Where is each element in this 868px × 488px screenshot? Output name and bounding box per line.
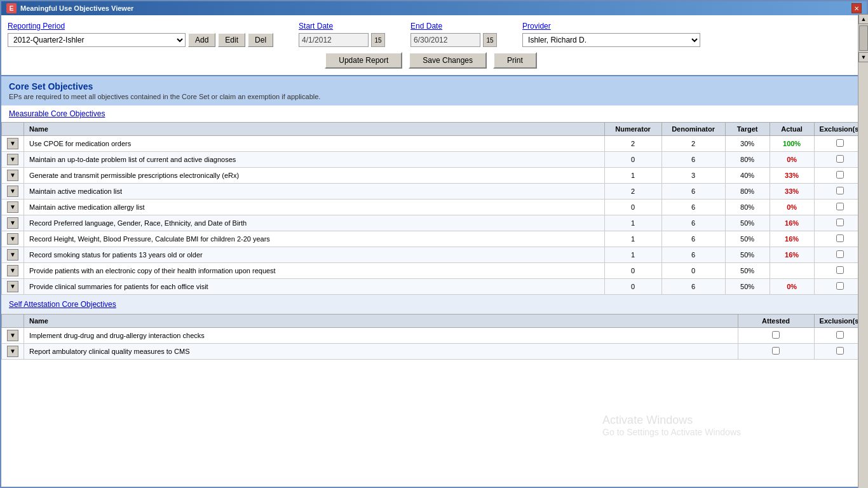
- row-denominator: 2: [661, 136, 725, 152]
- expand-cell: ▼: [2, 247, 24, 263]
- row-numerator: 0: [604, 263, 661, 279]
- row-name: Use CPOE for medication orders: [24, 136, 605, 152]
- expand-cell: ▼: [2, 136, 24, 152]
- attest-attested-col: Attested: [738, 315, 814, 328]
- row-name: Generate and transmit permissible prescr…: [24, 168, 605, 184]
- exclusion-checkbox[interactable]: [836, 266, 844, 274]
- exclusion-checkbox[interactable]: [836, 282, 844, 290]
- self-attestation-link[interactable]: Self Attestation Core Objectives: [9, 297, 859, 311]
- table-row: ▼ Use CPOE for medication orders 2 2 30%…: [2, 136, 867, 152]
- exclusion-checkbox[interactable]: [836, 250, 844, 258]
- save-changes-button[interactable]: Save Changes: [409, 52, 487, 69]
- scroll-up-button[interactable]: ▲: [858, 14, 868, 24]
- attest-exclusion-checkbox[interactable]: [836, 347, 844, 355]
- start-date-label[interactable]: Start Date: [299, 22, 385, 30]
- reporting-period-label[interactable]: Reporting Period: [8, 22, 273, 30]
- exclusion-checkbox[interactable]: [836, 203, 844, 210]
- row-actual: 33%: [770, 184, 814, 200]
- attest-expand-cell: ▼: [2, 344, 24, 360]
- row-actual: 16%: [770, 215, 814, 231]
- measurable-core-table: Name Numerator Denominator Target Actual…: [1, 122, 867, 295]
- end-date-label[interactable]: End Date: [410, 22, 497, 30]
- row-target: 50%: [725, 263, 770, 279]
- table-row: ▼ Record smoking status for patients 13 …: [2, 247, 867, 263]
- scrollbar[interactable]: ▲ ▼: [858, 14, 868, 488]
- exclusion-checkbox[interactable]: [836, 187, 844, 194]
- expand-cell: ▼: [2, 215, 24, 231]
- print-button[interactable]: Print: [493, 52, 537, 69]
- row-denominator: 6: [661, 184, 725, 200]
- row-actual: 0%: [770, 279, 814, 295]
- exclusion-checkbox[interactable]: [836, 219, 844, 226]
- chevron-icon[interactable]: ▼: [7, 201, 18, 213]
- attest-row-attested[interactable]: [738, 328, 814, 344]
- row-name: Maintain an up-to-date problem list of c…: [24, 152, 605, 168]
- attest-chevron-icon[interactable]: ▼: [7, 346, 18, 357]
- attest-row-name: Report ambulatory clinical quality measu…: [24, 344, 738, 360]
- chevron-icon[interactable]: ▼: [7, 265, 18, 276]
- row-numerator: 0: [604, 279, 661, 295]
- provider-label[interactable]: Provider: [522, 22, 700, 30]
- row-target: 50%: [725, 231, 770, 247]
- row-numerator: 1: [604, 168, 661, 184]
- chevron-icon[interactable]: ▼: [7, 186, 18, 197]
- scroll-down-button[interactable]: ▼: [858, 52, 868, 62]
- row-name: Record Preferred language, Gender, Race,…: [24, 215, 605, 231]
- attest-row-attested[interactable]: [738, 344, 814, 360]
- exclusion-checkbox[interactable]: [836, 234, 844, 242]
- expand-cell: ▼: [2, 263, 24, 279]
- row-denominator: 0: [661, 263, 725, 279]
- attest-chevron-icon[interactable]: ▼: [7, 330, 18, 341]
- attested-checkbox[interactable]: [772, 331, 780, 339]
- exclusion-checkbox[interactable]: [836, 155, 844, 163]
- core-set-description: EPs are required to meet all objectives …: [9, 93, 859, 100]
- chevron-icon[interactable]: ▼: [7, 217, 18, 229]
- del-button[interactable]: Del: [248, 33, 273, 47]
- attest-exclusion-checkbox[interactable]: [836, 331, 844, 339]
- scroll-thumb[interactable]: [859, 25, 868, 51]
- app-icon: E: [6, 3, 17, 13]
- exclusion-checkbox[interactable]: [836, 139, 844, 147]
- row-name: Provide patients with an electronic copy…: [24, 263, 605, 279]
- start-date-group: Start Date 15: [299, 22, 385, 47]
- reporting-period-select[interactable]: 2012-Quarter2-Ishler: [8, 33, 186, 47]
- exclusion-checkbox[interactable]: [836, 171, 844, 179]
- core-set-header: Core Set Objectives EPs are required to …: [1, 76, 867, 105]
- expand-cell: ▼: [2, 200, 24, 215]
- chevron-icon[interactable]: ▼: [7, 170, 18, 181]
- chevron-icon[interactable]: ▼: [7, 281, 18, 292]
- window-title: Meaningful Use Objectives Viewer: [20, 4, 133, 12]
- row-target: 50%: [725, 247, 770, 263]
- table-row: ▼ Generate and transmit permissible pres…: [2, 168, 867, 184]
- chevron-icon[interactable]: ▼: [7, 154, 18, 165]
- table-row: ▼ Provide patients with an electronic co…: [2, 263, 867, 279]
- chevron-icon[interactable]: ▼: [7, 138, 18, 149]
- row-actual: 16%: [770, 231, 814, 247]
- update-report-button[interactable]: Update Report: [325, 52, 402, 69]
- end-date-input[interactable]: [410, 33, 480, 47]
- edit-button[interactable]: Edit: [218, 33, 245, 47]
- attested-checkbox[interactable]: [772, 347, 780, 355]
- provider-select[interactable]: Ishler, Richard D.: [522, 33, 700, 47]
- measurable-core-link[interactable]: Measurable Core Objectives: [1, 105, 867, 122]
- end-date-calendar-button[interactable]: 15: [483, 33, 497, 47]
- expand-col-header: [2, 123, 24, 136]
- add-button[interactable]: Add: [188, 33, 215, 47]
- row-name: Maintain active medication list: [24, 184, 605, 200]
- row-actual: 100%: [770, 136, 814, 152]
- start-date-calendar-button[interactable]: 15: [371, 33, 385, 47]
- row-actual: 16%: [770, 247, 814, 263]
- row-target: 80%: [725, 152, 770, 168]
- expand-cell: ▼: [2, 152, 24, 168]
- attest-expand-col: [2, 315, 24, 328]
- row-name: Provide clinical summaries for patients …: [24, 279, 605, 295]
- table-row: ▼ Maintain active medication allergy lis…: [2, 200, 867, 215]
- attest-expand-cell: ▼: [2, 328, 24, 344]
- row-actual: 0%: [770, 200, 814, 215]
- chevron-icon[interactable]: ▼: [7, 233, 18, 245]
- close-button[interactable]: ✕: [851, 3, 862, 13]
- chevron-icon[interactable]: ▼: [7, 249, 18, 261]
- start-date-input[interactable]: [299, 33, 369, 47]
- expand-cell: ▼: [2, 168, 24, 184]
- row-numerator: 1: [604, 231, 661, 247]
